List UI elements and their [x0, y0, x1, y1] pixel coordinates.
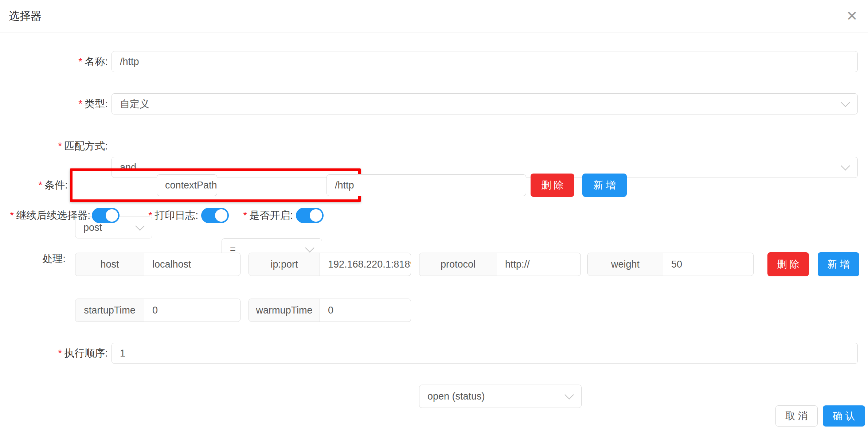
confirm-button[interactable]: 确 认	[823, 405, 865, 427]
status-select-value: open (status)	[427, 391, 485, 402]
chevron-down-icon	[564, 390, 574, 399]
required-asterisk: *	[78, 98, 82, 109]
dialog-title: 选择器	[9, 9, 42, 24]
chevron-down-icon	[841, 98, 850, 107]
type-select-value: 自定义	[120, 97, 149, 110]
footer-divider	[0, 399, 868, 399]
required-asterisk: *	[38, 179, 42, 191]
name-field	[112, 51, 858, 72]
condition-operator-value: post	[83, 222, 102, 233]
close-icon[interactable]: ✕	[842, 7, 861, 26]
handle-add-button[interactable]: 新 增	[818, 252, 859, 276]
ip-port-field-group: ip:port	[249, 253, 411, 276]
required-asterisk: *	[10, 210, 14, 221]
enabled-label: *是否开启:	[235, 208, 293, 223]
required-asterisk: *	[78, 56, 82, 67]
required-asterisk: *	[58, 347, 62, 359]
print-log-label: *打印日志:	[141, 208, 198, 223]
condition-add-button[interactable]: 新 增	[582, 174, 627, 197]
startup-time-field-group: startupTime	[75, 299, 241, 322]
ip-port-addon: ip:port	[249, 253, 320, 276]
chevron-down-icon	[305, 243, 314, 252]
type-select[interactable]: 自定义	[112, 93, 858, 114]
weight-field-group: weight	[587, 253, 754, 276]
weight-addon: weight	[588, 253, 663, 276]
cancel-button[interactable]: 取 消	[775, 405, 818, 427]
host-input[interactable]	[144, 253, 240, 276]
header-divider	[0, 32, 868, 32]
chevron-down-icon	[841, 161, 850, 170]
required-asterisk: *	[148, 210, 152, 221]
condition-label: *条件:	[0, 174, 68, 196]
continued-label: *继续后续选择器:	[7, 208, 90, 223]
warmup-time-input[interactable]	[320, 299, 411, 322]
type-label: *类型:	[0, 93, 108, 114]
print-log-toggle[interactable]	[201, 208, 229, 223]
toggle-knob	[310, 209, 322, 222]
host-field-group: host	[75, 253, 241, 276]
condition-param-input[interactable]	[157, 175, 217, 196]
toggle-knob	[106, 209, 118, 222]
protocol-addon: protocol	[419, 253, 497, 276]
warmup-time-field-group: warmupTime	[249, 299, 411, 322]
sort-input[interactable]	[112, 343, 857, 363]
required-asterisk: *	[243, 210, 247, 221]
required-asterisk: *	[58, 140, 62, 152]
status-select[interactable]: open (status)	[419, 385, 582, 408]
name-input[interactable]	[112, 51, 857, 72]
sort-label: *执行顺序:	[0, 343, 108, 364]
protocol-field-group: protocol	[419, 253, 581, 276]
startup-time-addon: startupTime	[75, 299, 144, 322]
enabled-toggle[interactable]	[296, 208, 324, 223]
continued-toggle[interactable]	[92, 208, 120, 223]
name-label: *名称:	[0, 51, 108, 72]
warmup-time-addon: warmupTime	[249, 299, 320, 322]
toggle-knob	[215, 209, 227, 222]
ip-port-input[interactable]	[320, 253, 411, 276]
selector-dialog: 选择器 ✕ *名称: *类型: 自定义 *匹配方式: and *条件: post…	[0, 0, 868, 432]
weight-input[interactable]	[663, 253, 753, 276]
startup-time-input[interactable]	[144, 299, 240, 322]
protocol-input[interactable]	[497, 253, 580, 276]
match-label: *匹配方式:	[0, 136, 108, 157]
condition-value-input[interactable]	[327, 175, 526, 196]
sort-field	[112, 343, 858, 364]
condition-delete-button[interactable]: 删 除	[531, 174, 574, 197]
handle-delete-button[interactable]: 删 除	[767, 252, 809, 276]
condition-value-field	[327, 174, 526, 196]
host-addon: host	[75, 253, 144, 276]
condition-param-field	[157, 174, 217, 196]
handle-label: 处理:	[36, 252, 66, 266]
